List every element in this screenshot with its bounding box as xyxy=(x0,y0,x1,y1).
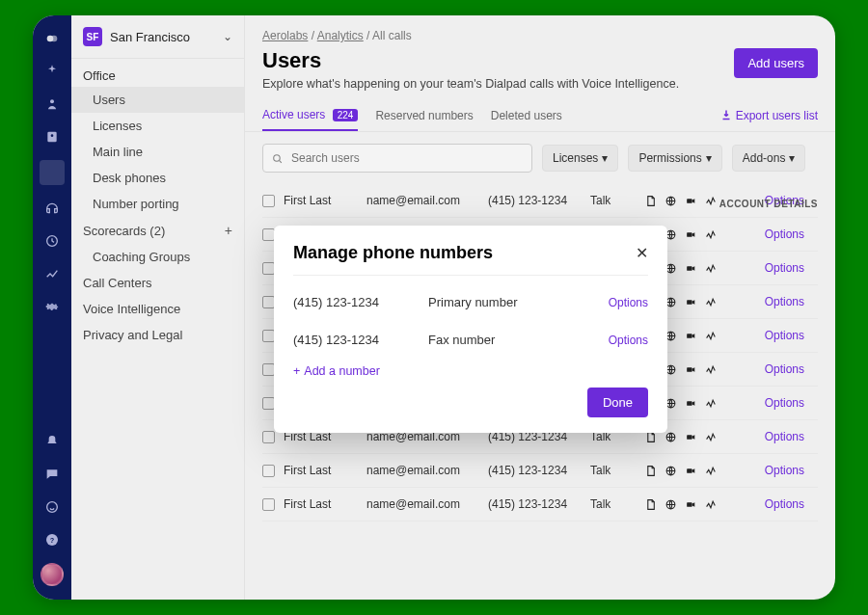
export-label: Export users list xyxy=(736,109,818,122)
activity-icon xyxy=(705,465,718,477)
number-row: (415) 123-1234 Fax number Options xyxy=(293,321,648,359)
sidebar-item-coaching[interactable]: Coaching Groups xyxy=(71,244,244,270)
number-value: (415) 123-1234 xyxy=(293,333,428,347)
svg-point-4 xyxy=(51,134,54,137)
row-options-link[interactable]: Options xyxy=(746,329,804,342)
activity-icon xyxy=(705,262,718,275)
filters-row: Licenses ▾ Permissions ▾ Add-ons ▾ xyxy=(245,132,835,184)
video-icon xyxy=(685,465,697,477)
search-input[interactable] xyxy=(289,150,524,166)
tab-reserved-numbers[interactable]: Reserved numbers xyxy=(375,109,473,130)
headset-icon[interactable] xyxy=(42,199,62,218)
video-icon xyxy=(685,397,697,410)
filter-licenses[interactable]: Licenses ▾ xyxy=(542,145,618,172)
video-icon xyxy=(685,431,697,443)
svg-rect-15 xyxy=(687,266,692,270)
notification-icon[interactable] xyxy=(42,432,62,451)
row-options-link[interactable]: Options xyxy=(746,464,804,477)
row-options-link[interactable]: Options xyxy=(746,227,804,241)
plus-icon: + xyxy=(293,364,300,378)
row-checkbox[interactable] xyxy=(262,498,275,511)
row-checkbox[interactable] xyxy=(262,195,275,207)
sidebar-item-callcenters[interactable]: Call Centers xyxy=(71,270,244,296)
caret-icon: ▾ xyxy=(706,151,712,165)
tab-deleted-users[interactable]: Deleted users xyxy=(491,109,562,130)
row-options-link[interactable]: Options xyxy=(746,396,804,410)
tab-active-label: Active users xyxy=(262,108,325,121)
row-email: name@email.com xyxy=(366,464,482,477)
activity-icon xyxy=(705,431,718,443)
filter-permissions[interactable]: Permissions ▾ xyxy=(628,145,721,172)
row-name: First Last xyxy=(284,464,361,477)
export-users-link[interactable]: Export users list xyxy=(720,109,818,131)
svg-point-9 xyxy=(274,154,281,161)
svg-rect-11 xyxy=(687,199,692,202)
sidebar-item-licenses[interactable]: Licenses xyxy=(71,113,244,139)
workspace-selector[interactable]: SF San Francisco ⌄ xyxy=(71,15,244,59)
row-options-link[interactable]: Options xyxy=(746,362,804,376)
table-row: First Last name@email.com (415) 123-1234… xyxy=(262,488,818,521)
person-icon[interactable] xyxy=(42,94,62,114)
number-options-link[interactable]: Options xyxy=(609,334,648,347)
page-title: Users xyxy=(262,48,679,73)
number-options-link[interactable]: Options xyxy=(609,296,648,309)
chat-icon[interactable] xyxy=(42,465,62,484)
add-number-link[interactable]: + Add a number xyxy=(293,359,648,388)
contacts-icon[interactable] xyxy=(42,127,62,147)
close-icon[interactable]: ✕ xyxy=(636,244,648,262)
breadcrumb-org[interactable]: Aerolabs xyxy=(262,29,308,42)
search-input-wrapper[interactable] xyxy=(262,144,532,173)
sidebar: SF San Francisco ⌄ Office Users Licenses… xyxy=(71,15,245,600)
number-row: (415) 123-1234 Primary number Options xyxy=(293,283,648,321)
sidebar-item-deskphones[interactable]: Desk phones xyxy=(71,165,244,191)
sidebar-item-scorecards[interactable]: Scorecards (2) + xyxy=(71,217,244,244)
row-options-link[interactable]: Options xyxy=(746,497,804,511)
history-icon[interactable] xyxy=(42,231,62,251)
number-type: Fax number xyxy=(428,333,609,347)
gear-icon[interactable] xyxy=(42,297,62,316)
sidebar-item-privacy[interactable]: Privacy and Legal xyxy=(71,322,244,348)
video-icon xyxy=(685,262,697,275)
sidebar-item-users[interactable]: Users xyxy=(71,87,244,113)
row-options-link[interactable]: Options xyxy=(746,295,804,308)
activity-icon xyxy=(705,330,718,342)
breadcrumb-page: All calls xyxy=(372,29,412,42)
row-plan: Talk xyxy=(590,464,638,477)
svg-rect-17 xyxy=(687,300,692,304)
sidebar-group-office: Office xyxy=(71,59,244,87)
analytics-icon[interactable] xyxy=(42,264,62,283)
row-options-link[interactable]: Options xyxy=(746,430,804,443)
row-checkbox[interactable] xyxy=(262,465,275,477)
plus-icon[interactable]: + xyxy=(225,223,232,238)
add-number-label: Add a number xyxy=(304,364,380,378)
search-icon xyxy=(271,152,284,165)
help-icon[interactable]: ? xyxy=(42,530,62,549)
video-icon xyxy=(685,195,697,207)
sidebar-item-mainline[interactable]: Main line xyxy=(71,139,244,165)
avatar[interactable] xyxy=(41,563,64,586)
number-type: Primary number xyxy=(428,295,609,309)
smile-icon[interactable] xyxy=(42,497,62,517)
logo-icon[interactable] xyxy=(42,29,62,48)
sparkle-icon[interactable] xyxy=(42,62,62,81)
svg-rect-19 xyxy=(687,334,692,337)
breadcrumb-section[interactable]: Analytics xyxy=(317,29,364,42)
caret-icon: ▾ xyxy=(789,151,795,165)
tab-active-users[interactable]: Active users 224 xyxy=(262,108,358,131)
row-options-link[interactable]: Options xyxy=(746,261,804,275)
row-plan: Talk xyxy=(590,194,638,207)
breadcrumb: Aerolabs / Analytics / All calls xyxy=(245,15,835,48)
sidebar-item-voiceintel[interactable]: Voice Intelligence xyxy=(71,296,244,322)
page-subtitle: Explore what's happening on your team's … xyxy=(262,77,679,91)
add-users-button[interactable]: Add users xyxy=(734,48,818,78)
filter-addons[interactable]: Add-ons ▾ xyxy=(732,145,806,172)
workspace-badge: SF xyxy=(83,27,102,46)
account-details-header: ACCOUNT DETAILS xyxy=(719,199,818,209)
svg-point-6 xyxy=(47,502,58,513)
done-button[interactable]: Done xyxy=(587,388,648,417)
row-checkbox[interactable] xyxy=(262,431,275,443)
selected-nav-icon[interactable] xyxy=(40,160,65,185)
row-name: First Last xyxy=(284,497,361,511)
svg-rect-29 xyxy=(687,502,692,506)
sidebar-item-numberporting[interactable]: Number porting xyxy=(71,191,244,217)
